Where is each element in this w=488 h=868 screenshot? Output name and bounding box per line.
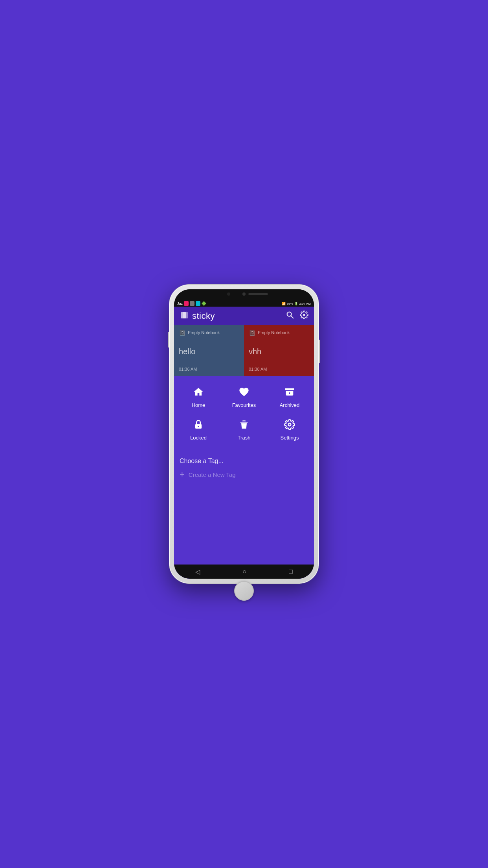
search-button[interactable] [286,311,294,321]
svg-point-7 [288,423,291,426]
trash-label: Trash [238,435,251,441]
app-header: sticky [174,307,314,325]
home-icon [193,386,204,399]
app-logo-icon [180,311,189,321]
status-left: Jaz [177,301,206,306]
menu-item-archived[interactable]: Archived [268,383,311,412]
notes-grid: 📓 Empty Notebook hello 01:36 AM 📓 Empty … [174,325,314,376]
favourites-label: Favourites [232,402,256,408]
lock-icon [193,419,204,432]
home-nav-button[interactable]: ○ [242,568,246,575]
notebook-icon-2: 📓 [249,330,255,336]
menu-grid: Home Favourites [177,383,311,445]
menu-section: Home Favourites [174,376,314,451]
battery-icon: 🔋 [294,302,298,305]
back-button[interactable]: ◁ [195,568,200,576]
menu-item-settings[interactable]: Settings [268,415,311,445]
note-card-1-header: 📓 Empty Notebook [179,330,239,336]
svg-point-6 [198,426,199,427]
settings-button[interactable] [300,311,308,321]
archive-icon [284,386,295,399]
menu-item-home[interactable]: Home [177,383,220,412]
svg-rect-4 [285,388,294,390]
locked-label: Locked [190,435,207,441]
settings-label: Settings [281,435,299,441]
app-title: sticky [192,311,215,321]
home-label: Home [192,402,205,408]
phone-frame: Jaz 📶 89% 🔋 2:07 AM [169,285,319,583]
front-camera [227,292,230,296]
note-time-1: 01:36 AM [179,367,239,371]
speaker-bar [248,293,268,295]
trash-icon [238,419,250,432]
note-notebook-2: Empty Notebook [258,330,290,335]
create-tag-label: Create a New Tag [189,471,236,478]
menu-item-favourites[interactable]: Favourites [223,383,265,412]
note-card-1[interactable]: 📓 Empty Notebook hello 01:36 AM [174,325,244,376]
speaker-dot [242,292,246,296]
status-app-3 [196,301,200,306]
recents-button[interactable]: □ [289,568,293,575]
notebook-icon-1: 📓 [179,330,185,336]
gear-icon [284,419,295,432]
heart-icon [238,386,250,399]
note-card-2[interactable]: 📓 Empty Notebook vhh 01:38 AM [244,325,314,376]
create-tag-row[interactable]: + Create a New Tag [180,470,308,479]
note-content-2: vhh [249,339,309,364]
battery-text: 89% [287,302,293,305]
status-right: 📶 89% 🔋 2:07 AM [282,302,311,305]
status-app-1 [184,301,189,306]
home-physical-button[interactable] [234,581,254,601]
svg-line-3 [291,316,294,318]
status-app-4 [202,301,206,306]
wifi-icon: 📶 [282,302,286,305]
plus-icon: + [180,470,185,479]
note-content-1: hello [179,339,239,364]
tag-title: Choose a Tag... [180,458,308,465]
archived-label: Archived [280,402,300,408]
tag-section: Choose a Tag... + Create a New Tag [174,451,314,565]
app-screen: sticky [174,307,314,579]
phone-screen: Jaz 📶 89% 🔋 2:07 AM [174,289,314,579]
note-time-2: 01:38 AM [249,367,309,371]
status-bar: Jaz 📶 89% 🔋 2:07 AM [174,300,314,307]
status-app-2 [190,301,194,306]
header-actions [286,311,308,321]
carrier-text: Jaz [177,302,183,305]
app-title-group: sticky [180,311,215,321]
menu-item-locked[interactable]: Locked [177,415,220,445]
note-card-2-header: 📓 Empty Notebook [249,330,309,336]
android-nav-bar: ◁ ○ □ [174,565,314,579]
phone-top-bar [174,289,314,300]
time-text: 2:07 AM [299,302,311,305]
svg-rect-1 [183,312,188,318]
note-notebook-1: Empty Notebook [188,330,220,335]
menu-item-trash[interactable]: Trash [223,415,265,445]
